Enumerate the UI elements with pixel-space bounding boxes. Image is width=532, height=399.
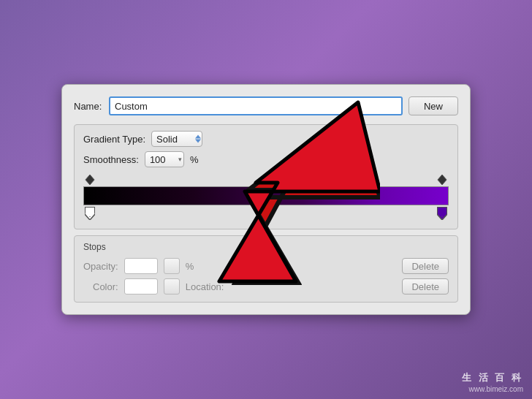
stops-title: Stops <box>83 242 449 252</box>
opacity-percent-label: % <box>186 261 397 272</box>
bottom-stops <box>83 207 449 218</box>
color-label: Color: <box>83 281 118 292</box>
name-input[interactable] <box>109 96 403 115</box>
opacity-stop-left[interactable] <box>85 175 95 185</box>
smoothness-row: Smoothness: 100 75 50 25 ▾ % <box>83 151 449 167</box>
color-value-box[interactable] <box>124 278 158 294</box>
top-stops <box>83 175 449 185</box>
color-stop-left-icon <box>85 207 95 220</box>
gradient-bar-area <box>83 175 449 218</box>
delete-opacity-button[interactable]: Delete <box>402 258 449 274</box>
color-chevron-select[interactable] <box>164 278 180 294</box>
gradient-type-row: Gradient Type: Solid Noise <box>83 131 449 147</box>
watermark-text: 生 活 百 科 <box>462 371 523 384</box>
opacity-label: Opacity: <box>83 261 118 272</box>
delete-color-button[interactable]: Delete <box>402 278 449 294</box>
color-stop-right-icon <box>437 207 447 220</box>
gradient-type-select-wrapper: Solid Noise <box>151 131 202 147</box>
svg-marker-0 <box>86 175 94 185</box>
gradient-type-select[interactable]: Solid Noise <box>151 131 202 147</box>
svg-marker-3 <box>437 207 447 220</box>
stops-section: Stops Opacity: % Delete Color: Location:… <box>74 235 458 303</box>
name-row: Name: New <box>74 96 458 115</box>
smoothness-select-wrapper: 100 75 50 25 ▾ <box>145 151 184 167</box>
gradient-editor-dialog: Name: New Gradient Type: Solid Noise <box>61 84 471 315</box>
svg-marker-2 <box>85 207 95 220</box>
opacity-chevron-select[interactable] <box>164 258 180 274</box>
watermark: 生 活 百 科 www.bimeiz.com <box>462 371 523 393</box>
svg-marker-1 <box>438 175 446 185</box>
stops-grid: Opacity: % Delete Color: Location: Delet… <box>83 258 449 294</box>
opacity-stop-right[interactable] <box>437 175 447 185</box>
smoothness-select[interactable]: 100 75 50 25 <box>145 151 184 167</box>
gradient-bar[interactable] <box>83 186 449 205</box>
new-button[interactable]: New <box>408 96 458 115</box>
opacity-stop-left-icon <box>85 175 95 185</box>
gradient-type-label: Gradient Type: <box>83 134 145 145</box>
smoothness-label: Smoothness: <box>83 154 139 165</box>
color-stop-left[interactable] <box>85 207 95 218</box>
gradient-section: Gradient Type: Solid Noise Smoothness: <box>74 124 458 229</box>
opacity-value-box <box>124 258 158 274</box>
location-label: Location: <box>186 281 397 292</box>
smoothness-percent: % <box>190 154 199 165</box>
watermark-url: www.bimeiz.com <box>469 385 523 393</box>
color-stop-right[interactable] <box>437 207 447 218</box>
opacity-stop-right-icon <box>437 175 447 185</box>
name-label: Name: <box>74 101 103 112</box>
